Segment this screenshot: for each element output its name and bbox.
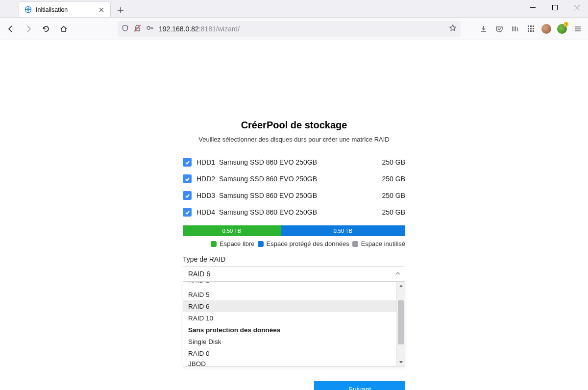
- disk-row: HDD2Samsung SSD 860 EVO 250GB250 GB: [183, 171, 405, 187]
- disk-model: Samsung SSD 860 EVO 250GB: [219, 158, 371, 166]
- nav-back-button[interactable]: [3, 21, 19, 37]
- raid-option[interactable]: RAID 1: [183, 282, 405, 289]
- disk-size: 250 GB: [371, 175, 405, 183]
- window-minimize-button[interactable]: [522, 0, 544, 15]
- disk-size: 250 GB: [371, 158, 405, 166]
- page-subtitle: Veuillez sélectionner des disques durs p…: [183, 136, 405, 143]
- svg-rect-8: [530, 28, 532, 29]
- disk-row: HDD3Samsung SSD 860 EVO 250GB250 GB: [183, 187, 405, 204]
- browser-tab[interactable]: Initialisation: [19, 1, 111, 17]
- raid-option[interactable]: JBOD: [183, 359, 405, 366]
- scrollbar-thumb[interactable]: [398, 300, 404, 344]
- raid-type-select[interactable]: RAID 6: [183, 266, 405, 282]
- disk-slot: HDD4: [196, 208, 219, 216]
- tab-strip: Initialisation: [0, 0, 588, 18]
- disk-model: Samsung SSD 860 EVO 250GB: [219, 208, 371, 216]
- svg-rect-5: [530, 25, 532, 27]
- extension-avatar-1[interactable]: [539, 21, 554, 37]
- legend-label-protected: Espace protégé des données: [267, 240, 349, 247]
- nav-home-button[interactable]: [56, 21, 72, 37]
- extension-avatar-2[interactable]: !: [555, 21, 569, 37]
- bookmark-star-icon[interactable]: [449, 24, 457, 33]
- shield-icon: [122, 24, 129, 33]
- nav-reload-button[interactable]: [38, 21, 54, 37]
- svg-rect-12: [533, 30, 534, 32]
- disk-checkbox[interactable]: [183, 191, 192, 200]
- capacity-protected-segment: 0.50 TB: [281, 225, 405, 236]
- raid-option[interactable]: RAID 10: [183, 312, 405, 324]
- downloads-icon[interactable]: [476, 21, 491, 37]
- legend-label-wasted: Espace inutilisé: [361, 240, 405, 247]
- tab-title: Initialisation: [36, 6, 68, 13]
- grid-icon[interactable]: [523, 21, 538, 37]
- chevron-up-icon: [395, 270, 401, 278]
- svg-rect-7: [528, 28, 529, 29]
- nav-forward-button[interactable]: [21, 21, 36, 37]
- svg-rect-6: [533, 25, 534, 27]
- window-maximize-button[interactable]: [544, 0, 566, 15]
- disk-slot: HDD1: [196, 158, 219, 166]
- browser-toolbar: 192.168.0.82:8181/wizard/ !: [0, 18, 588, 40]
- raid-type-dropdown: RAID 1 RAID 5RAID 6RAID 10Sans protectio…: [183, 282, 405, 366]
- svg-rect-0: [553, 5, 558, 10]
- tab-favicon-icon: [24, 6, 32, 14]
- window-close-button[interactable]: [566, 0, 588, 15]
- disk-slot: HDD2: [196, 175, 219, 183]
- pocket-icon[interactable]: [492, 21, 507, 37]
- library-icon[interactable]: [508, 21, 522, 37]
- svg-point-3: [147, 26, 150, 29]
- disk-model: Samsung SSD 860 EVO 250GB: [219, 192, 371, 199]
- disk-row: HDD4Samsung SSD 860 EVO 250GB250 GB: [183, 204, 405, 220]
- legend-swatch-free: [211, 241, 217, 247]
- capacity-legend: Espace libre Espace protégé des données …: [183, 240, 405, 247]
- legend-label-free: Espace libre: [220, 240, 255, 247]
- disk-model: Samsung SSD 860 EVO 250GB: [219, 175, 371, 183]
- app-menu-button[interactable]: [570, 21, 585, 37]
- disk-slot: HDD3: [196, 192, 219, 199]
- svg-rect-9: [533, 28, 534, 29]
- raid-type-value: RAID 6: [188, 270, 210, 278]
- raid-option[interactable]: RAID 0: [183, 347, 405, 359]
- scroll-up-icon[interactable]: [397, 282, 405, 290]
- svg-rect-10: [528, 30, 529, 32]
- tab-close-button[interactable]: [98, 6, 105, 14]
- lock-insecure-icon: [134, 24, 141, 33]
- key-icon: [146, 24, 154, 33]
- raid-option[interactable]: Single Disk: [183, 336, 405, 347]
- raid-option[interactable]: RAID 6: [183, 300, 405, 312]
- disk-size: 250 GB: [371, 192, 405, 199]
- url-text: 192.168.0.82:8181/wizard/: [159, 25, 240, 33]
- capacity-bar: 0.50 TB 0.50 TB: [183, 225, 405, 236]
- new-tab-button[interactable]: [114, 3, 127, 17]
- page-title: CréerPool de stockage: [183, 120, 405, 131]
- svg-rect-11: [530, 30, 532, 32]
- url-bar[interactable]: 192.168.0.82:8181/wizard/: [118, 21, 461, 37]
- disk-row: HDD1Samsung SSD 860 EVO 250GB250 GB: [183, 154, 405, 171]
- raid-type-label: Type de RAID: [183, 255, 405, 263]
- dropdown-scrollbar[interactable]: [396, 282, 405, 366]
- disk-checkbox[interactable]: [183, 158, 192, 167]
- svg-rect-4: [528, 25, 529, 27]
- legend-swatch-wasted: [352, 241, 358, 247]
- legend-swatch-protected: [258, 241, 264, 247]
- disk-checkbox[interactable]: [183, 174, 192, 183]
- disk-checkbox[interactable]: [183, 208, 192, 217]
- disk-size: 250 GB: [371, 208, 405, 216]
- raid-option-group-header: Sans protection des données: [183, 324, 405, 336]
- capacity-free-segment: 0.50 TB: [183, 225, 281, 236]
- raid-option[interactable]: RAID 5: [183, 289, 405, 300]
- next-button[interactable]: Suivant: [314, 381, 405, 390]
- scroll-down-icon[interactable]: [397, 358, 405, 366]
